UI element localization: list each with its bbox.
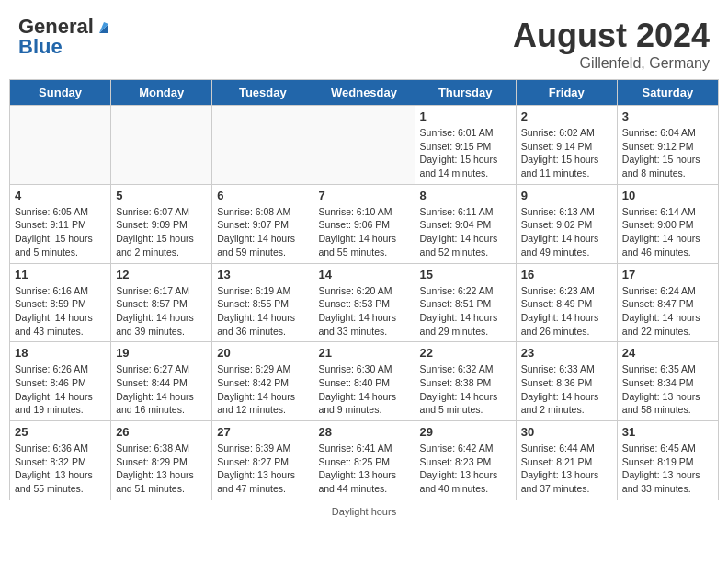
calendar-cell: 16Sunrise: 6:23 AM Sunset: 8:49 PM Dayli… — [516, 263, 617, 342]
calendar-cell: 17Sunrise: 6:24 AM Sunset: 8:47 PM Dayli… — [617, 263, 718, 342]
calendar-header-row: SundayMondayTuesdayWednesdayThursdayFrid… — [10, 80, 719, 106]
day-info: Sunrise: 6:13 AM Sunset: 9:02 PM Dayligh… — [521, 205, 612, 259]
day-number: 13 — [217, 268, 308, 282]
day-number: 18 — [15, 346, 106, 360]
footer-note: Daylight hours — [9, 506, 719, 517]
calendar-cell — [212, 106, 313, 185]
calendar-table: SundayMondayTuesdayWednesdayThursdayFrid… — [9, 79, 719, 500]
day-info: Sunrise: 6:22 AM Sunset: 8:51 PM Dayligh… — [420, 284, 511, 339]
calendar-cell: 9Sunrise: 6:13 AM Sunset: 9:02 PM Daylig… — [516, 184, 617, 263]
day-number: 16 — [521, 268, 612, 282]
day-info: Sunrise: 6:26 AM Sunset: 8:46 PM Dayligh… — [15, 362, 106, 417]
calendar-week-row: 4Sunrise: 6:05 AM Sunset: 9:11 PM Daylig… — [10, 184, 719, 263]
calendar-cell: 26Sunrise: 6:38 AM Sunset: 8:29 PM Dayli… — [111, 421, 212, 500]
day-info: Sunrise: 6:05 AM Sunset: 9:11 PM Dayligh… — [15, 205, 106, 259]
day-info: Sunrise: 6:23 AM Sunset: 8:49 PM Dayligh… — [521, 284, 612, 339]
day-info: Sunrise: 6:41 AM Sunset: 8:25 PM Dayligh… — [318, 442, 409, 496]
day-number: 10 — [622, 189, 713, 202]
day-number: 15 — [420, 268, 511, 282]
day-number: 27 — [217, 425, 308, 439]
logo-icon — [96, 18, 112, 35]
day-number: 25 — [15, 425, 106, 439]
day-number: 19 — [116, 346, 207, 360]
calendar-cell: 1Sunrise: 6:01 AM Sunset: 9:15 PM Daylig… — [415, 106, 516, 185]
calendar-week-row: 1Sunrise: 6:01 AM Sunset: 9:15 PM Daylig… — [10, 106, 719, 185]
calendar-cell: 3Sunrise: 6:04 AM Sunset: 9:12 PM Daylig… — [617, 106, 718, 185]
day-number: 21 — [318, 346, 409, 360]
day-number: 30 — [521, 425, 612, 439]
calendar-cell: 15Sunrise: 6:22 AM Sunset: 8:51 PM Dayli… — [415, 263, 516, 342]
day-info: Sunrise: 6:10 AM Sunset: 9:06 PM Dayligh… — [318, 205, 409, 259]
day-info: Sunrise: 6:29 AM Sunset: 8:42 PM Dayligh… — [217, 362, 308, 417]
logo: General Blue — [18, 17, 112, 57]
day-info: Sunrise: 6:17 AM Sunset: 8:57 PM Dayligh… — [116, 284, 207, 339]
calendar-cell: 25Sunrise: 6:36 AM Sunset: 8:32 PM Dayli… — [10, 421, 111, 500]
day-info: Sunrise: 6:35 AM Sunset: 8:34 PM Dayligh… — [622, 362, 713, 417]
day-number: 8 — [420, 189, 511, 202]
day-number: 3 — [622, 109, 713, 123]
calendar-day-header: Monday — [111, 80, 212, 106]
calendar-week-row: 18Sunrise: 6:26 AM Sunset: 8:46 PM Dayli… — [10, 342, 719, 421]
day-number: 11 — [15, 268, 106, 282]
calendar-cell — [10, 106, 111, 185]
day-number: 6 — [217, 189, 308, 202]
calendar-cell: 20Sunrise: 6:29 AM Sunset: 8:42 PM Dayli… — [212, 342, 313, 421]
calendar-cell: 7Sunrise: 6:10 AM Sunset: 9:06 PM Daylig… — [313, 184, 415, 263]
logo-blue: Blue — [18, 37, 63, 57]
calendar-cell: 14Sunrise: 6:20 AM Sunset: 8:53 PM Dayli… — [313, 263, 415, 342]
day-info: Sunrise: 6:39 AM Sunset: 8:27 PM Dayligh… — [217, 442, 308, 496]
day-info: Sunrise: 6:02 AM Sunset: 9:14 PM Dayligh… — [521, 126, 612, 180]
calendar-week-row: 25Sunrise: 6:36 AM Sunset: 8:32 PM Dayli… — [10, 421, 719, 500]
day-info: Sunrise: 6:27 AM Sunset: 8:44 PM Dayligh… — [116, 362, 207, 417]
day-number: 17 — [622, 268, 713, 282]
calendar-cell: 30Sunrise: 6:44 AM Sunset: 8:21 PM Dayli… — [516, 421, 617, 500]
calendar-cell: 18Sunrise: 6:26 AM Sunset: 8:46 PM Dayli… — [10, 342, 111, 421]
calendar-cell: 24Sunrise: 6:35 AM Sunset: 8:34 PM Dayli… — [617, 342, 718, 421]
calendar-cell — [111, 106, 212, 185]
day-info: Sunrise: 6:11 AM Sunset: 9:04 PM Dayligh… — [420, 205, 511, 259]
day-info: Sunrise: 6:20 AM Sunset: 8:53 PM Dayligh… — [318, 284, 409, 339]
day-number: 5 — [116, 189, 207, 202]
day-number: 4 — [15, 189, 106, 202]
day-info: Sunrise: 6:01 AM Sunset: 9:15 PM Dayligh… — [420, 126, 511, 180]
day-number: 31 — [622, 425, 713, 439]
calendar-day-header: Tuesday — [212, 80, 313, 106]
calendar-day-header: Sunday — [10, 80, 111, 106]
calendar-cell: 29Sunrise: 6:42 AM Sunset: 8:23 PM Dayli… — [415, 421, 516, 500]
day-number: 26 — [116, 425, 207, 439]
day-info: Sunrise: 6:07 AM Sunset: 9:09 PM Dayligh… — [116, 205, 207, 259]
day-info: Sunrise: 6:16 AM Sunset: 8:59 PM Dayligh… — [15, 284, 106, 339]
day-number: 9 — [521, 189, 612, 202]
calendar-cell: 12Sunrise: 6:17 AM Sunset: 8:57 PM Dayli… — [111, 263, 212, 342]
calendar-cell: 5Sunrise: 6:07 AM Sunset: 9:09 PM Daylig… — [111, 184, 212, 263]
calendar-cell: 10Sunrise: 6:14 AM Sunset: 9:00 PM Dayli… — [617, 184, 718, 263]
calendar-cell: 13Sunrise: 6:19 AM Sunset: 8:55 PM Dayli… — [212, 263, 313, 342]
day-info: Sunrise: 6:19 AM Sunset: 8:55 PM Dayligh… — [217, 284, 308, 339]
calendar-cell: 31Sunrise: 6:45 AM Sunset: 8:19 PM Dayli… — [617, 421, 718, 500]
day-info: Sunrise: 6:14 AM Sunset: 9:00 PM Dayligh… — [622, 205, 713, 259]
calendar-cell: 28Sunrise: 6:41 AM Sunset: 8:25 PM Dayli… — [313, 421, 415, 500]
calendar-cell: 4Sunrise: 6:05 AM Sunset: 9:11 PM Daylig… — [10, 184, 111, 263]
calendar-day-header: Saturday — [617, 80, 718, 106]
calendar-cell: 8Sunrise: 6:11 AM Sunset: 9:04 PM Daylig… — [415, 184, 516, 263]
title-block: August 2024 Gillenfeld, Germany — [513, 17, 710, 72]
calendar-day-header: Wednesday — [313, 80, 415, 106]
day-info: Sunrise: 6:36 AM Sunset: 8:32 PM Dayligh… — [15, 442, 106, 496]
day-number: 2 — [521, 109, 612, 123]
day-info: Sunrise: 6:38 AM Sunset: 8:29 PM Dayligh… — [116, 442, 207, 496]
day-info: Sunrise: 6:44 AM Sunset: 8:21 PM Dayligh… — [521, 442, 612, 496]
day-info: Sunrise: 6:24 AM Sunset: 8:47 PM Dayligh… — [622, 284, 713, 339]
day-info: Sunrise: 6:42 AM Sunset: 8:23 PM Dayligh… — [420, 442, 511, 496]
day-number: 22 — [420, 346, 511, 360]
day-info: Sunrise: 6:32 AM Sunset: 8:38 PM Dayligh… — [420, 362, 511, 417]
calendar-cell: 22Sunrise: 6:32 AM Sunset: 8:38 PM Dayli… — [415, 342, 516, 421]
calendar-day-header: Thursday — [415, 80, 516, 106]
location-subtitle: Gillenfeld, Germany — [513, 55, 710, 72]
day-number: 20 — [217, 346, 308, 360]
day-info: Sunrise: 6:45 AM Sunset: 8:19 PM Dayligh… — [622, 442, 713, 496]
day-info: Sunrise: 6:04 AM Sunset: 9:12 PM Dayligh… — [622, 126, 713, 180]
calendar-cell: 19Sunrise: 6:27 AM Sunset: 8:44 PM Dayli… — [111, 342, 212, 421]
day-number: 24 — [622, 346, 713, 360]
day-number: 28 — [318, 425, 409, 439]
calendar-cell: 11Sunrise: 6:16 AM Sunset: 8:59 PM Dayli… — [10, 263, 111, 342]
